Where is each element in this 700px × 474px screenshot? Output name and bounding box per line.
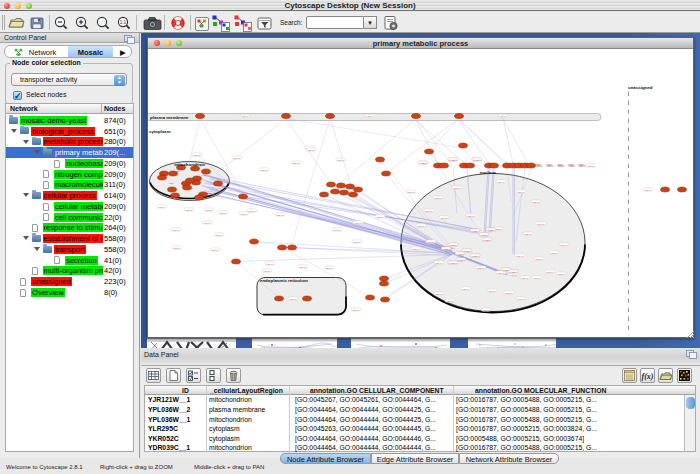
svg-text:Ylab: Ylab (207, 191, 212, 193)
svg-text:(lab el): (lab el) (521, 276, 529, 279)
svg-text:(lab el): (lab el) (417, 224, 425, 227)
svg-text:(lab el): (lab el) (276, 213, 284, 216)
svg-text:(lab el): (lab el) (353, 240, 361, 243)
svg-text:Ylab: Ylab (169, 181, 174, 183)
svg-text:(lab el): (lab el) (557, 272, 565, 275)
svg-text:(lab el): (lab el) (516, 254, 524, 257)
svg-text:(lab el): (lab el) (158, 205, 166, 208)
svg-text:(lab el): (lab el) (434, 196, 442, 199)
svg-text:YBR0..: YBR0.. (578, 163, 586, 167)
svg-text:(lab el): (lab el) (203, 221, 211, 224)
svg-text:(lab el): (lab el) (425, 209, 433, 212)
svg-text:(lab el): (lab el) (446, 299, 454, 302)
svg-text:(Ylab l): (Ylab l) (419, 161, 427, 164)
svg-text:(lab el): (lab el) (587, 164, 595, 167)
svg-text:YBR0..: YBR0.. (568, 163, 576, 167)
svg-text:(lab el): (lab el) (185, 208, 193, 211)
svg-text:(Ylab l): (Ylab l) (480, 233, 488, 236)
svg-text:(Ylab l): (Ylab l) (456, 252, 464, 255)
svg-text:(lab el): (lab el) (524, 232, 532, 235)
svg-text:(lab el): (lab el) (307, 148, 315, 151)
svg-text:(lab el): (lab el) (211, 248, 219, 251)
svg-text:YBR0..: YBR0.. (557, 163, 565, 167)
svg-text:(lab el): (lab el) (532, 200, 540, 203)
svg-text:1:1: 1:1 (120, 20, 127, 25)
svg-text:(lab el): (lab el) (266, 262, 274, 265)
svg-text:(lab el): (lab el) (435, 292, 443, 295)
svg-text:(lab el): (lab el) (260, 168, 268, 171)
svg-text:YBR0..: YBR0.. (535, 163, 543, 167)
svg-text:(lab el): (lab el) (233, 156, 241, 159)
svg-text:(lab el): (lab el) (412, 247, 420, 250)
svg-text:endoplasmic reticulum: endoplasmic reticulum (260, 277, 308, 282)
svg-text:(lab el): (lab el) (505, 291, 513, 294)
svg-text:(lab el): (lab el) (533, 276, 541, 279)
svg-text:(lab el): (lab el) (477, 266, 485, 269)
svg-text:(lab el): (lab el) (325, 266, 333, 269)
svg-text:(Ylab l): (Ylab l) (457, 258, 465, 261)
svg-text:(Ylab l): (Ylab l) (471, 254, 479, 257)
svg-text:(lab el): (lab el) (546, 270, 554, 273)
svg-text:(lab el): (lab el) (499, 115, 507, 118)
svg-text:(lab el): (lab el) (482, 308, 490, 311)
svg-text:unassigned: unassigned (628, 84, 653, 89)
svg-text:(lab el): (lab el) (560, 243, 568, 246)
svg-text:(lab el): (lab el) (407, 190, 415, 193)
svg-text:(lab el): (lab el) (248, 209, 256, 212)
svg-text:(lab el): (lab el) (497, 271, 505, 274)
svg-text:(lab el): (lab el) (352, 308, 360, 311)
svg-text:(lab el): (lab el) (462, 287, 470, 290)
svg-text:(lab el): (lab el) (440, 216, 448, 219)
svg-text:(lab el): (lab el) (205, 208, 213, 211)
svg-text:(lab el): (lab el) (517, 297, 525, 300)
svg-text:mitochondrion: mitochondrion (174, 161, 205, 166)
svg-text:(lab el): (lab el) (550, 251, 558, 254)
svg-text:(lab el): (lab el) (289, 297, 297, 300)
svg-text:(lab el): (lab el) (219, 211, 227, 214)
svg-text:(lab el): (lab el) (453, 186, 461, 189)
svg-text:(lab el): (lab el) (193, 153, 201, 156)
svg-text:(lab el): (lab el) (337, 158, 345, 161)
svg-text:(lab el): (lab el) (376, 215, 384, 218)
svg-text:(lab el): (lab el) (241, 115, 249, 118)
svg-text:(Ylab l): (Ylab l) (487, 228, 495, 231)
svg-text:(lab el): (lab el) (537, 222, 545, 225)
svg-text:(lab el): (lab el) (240, 212, 248, 215)
svg-text:(lab el): (lab el) (644, 188, 652, 191)
svg-text:(lab el): (lab el) (497, 180, 505, 183)
svg-text:(lab el): (lab el) (172, 228, 180, 231)
svg-text:f(x): f(x) (642, 372, 654, 381)
svg-text:(Ylab l): (Ylab l) (483, 238, 491, 241)
svg-text:(lab el): (lab el) (263, 269, 271, 272)
svg-text:(lab el): (lab el) (435, 261, 443, 264)
svg-text:(Ylab l): (Ylab l) (449, 158, 457, 161)
svg-text:cytoplasm: cytoplasm (149, 128, 171, 133)
svg-text:YBR0..: YBR0.. (546, 163, 554, 167)
svg-text:(lab el): (lab el) (215, 233, 223, 236)
svg-text:nucleus: nucleus (480, 170, 497, 175)
svg-text:(lab el): (lab el) (488, 289, 496, 292)
svg-text:(lab el): (lab el) (292, 161, 300, 164)
svg-text:(lab el): (lab el) (354, 221, 362, 224)
svg-text:(Ylab l): (Ylab l) (463, 249, 471, 252)
svg-text:(Ylab l): (Ylab l) (471, 229, 479, 232)
svg-text:(Ylab l): (Ylab l) (449, 261, 457, 264)
svg-text:(lab el): (lab el) (333, 228, 341, 231)
svg-text:(Ylab l): (Ylab l) (509, 270, 517, 273)
svg-text:(lab el): (lab el) (299, 265, 307, 268)
svg-text:(lab el): (lab el) (535, 257, 543, 260)
svg-text:(lab el): (lab el) (427, 240, 435, 243)
svg-text:(lab el): (lab el) (467, 214, 475, 217)
svg-text:(Ylab l): (Ylab l) (449, 243, 457, 246)
svg-text:(lab el): (lab el) (366, 115, 374, 118)
svg-text:(Ylab l): (Ylab l) (442, 247, 450, 250)
svg-text:(lab el): (lab el) (510, 273, 518, 276)
svg-text:(lab el): (lab el) (173, 246, 181, 249)
svg-text:(Ylab l): (Ylab l) (473, 158, 481, 161)
svg-text:plasma membrane: plasma membrane (150, 115, 189, 120)
svg-text:(lab el): (lab el) (517, 190, 525, 193)
